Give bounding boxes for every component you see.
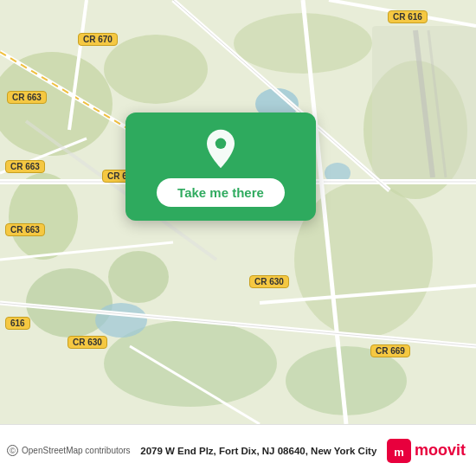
copyright-symbol: ©	[7, 445, 18, 456]
moovit-logo: m moovit	[387, 439, 466, 463]
svg-point-2	[104, 35, 208, 104]
road-badge-cr669: CR 669	[370, 344, 410, 357]
svg-point-9	[9, 173, 78, 260]
road-badge-cr630-2: CR 630	[68, 336, 107, 349]
map-container: CR 616 CR 670 CR 663 CR 663 CR 663 CR 61…	[0, 0, 476, 424]
osm-label: OpenStreetMap contributors	[22, 446, 131, 455]
openstreetmap-credit: © OpenStreetMap contributors	[7, 445, 131, 456]
svg-point-33	[215, 138, 226, 149]
road-badge-616-bot: 616	[5, 317, 30, 330]
road-badge-cr670: CR 670	[78, 33, 118, 46]
moovit-brand-text: moovit	[415, 441, 466, 460]
road-badge-cr663-3: CR 663	[5, 223, 45, 236]
road-badge-cr663-1: CR 663	[7, 91, 47, 104]
svg-point-3	[234, 13, 372, 74]
svg-text:m: m	[394, 446, 404, 459]
address-text: 2079 W End Plz, Fort Dix, NJ 08640, New …	[131, 446, 387, 456]
road-badge-cr616-top: CR 616	[388, 10, 428, 23]
popup-card: Take me there	[125, 113, 316, 221]
svg-point-10	[108, 251, 169, 303]
svg-point-12	[95, 303, 147, 338]
moovit-logo-icon: m	[387, 439, 411, 463]
location-pin-icon	[200, 128, 241, 170]
bottom-bar: © OpenStreetMap contributors 2079 W End …	[0, 424, 476, 476]
take-me-there-button[interactable]: Take me there	[157, 178, 285, 207]
road-badge-cr663-2: CR 663	[5, 160, 45, 173]
road-badge-cr630-1: CR 630	[249, 275, 289, 288]
